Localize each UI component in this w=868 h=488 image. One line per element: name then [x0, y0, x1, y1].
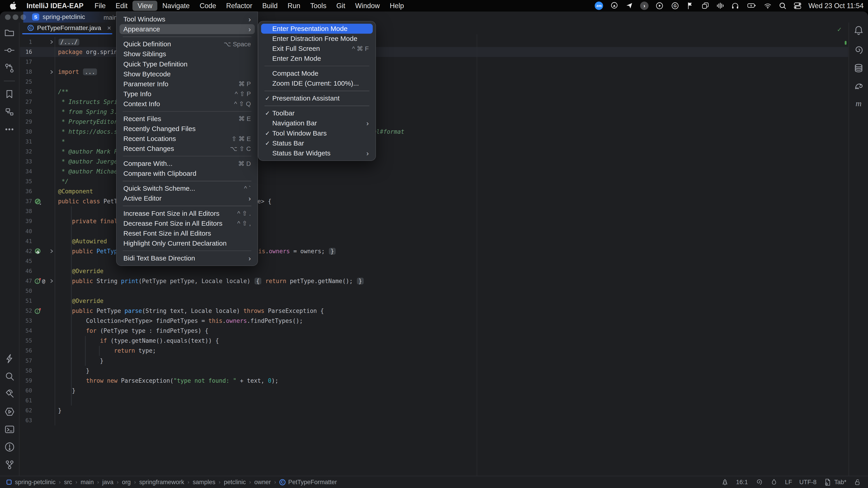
tool-window-structure-icon[interactable]	[4, 106, 15, 117]
breadcrumb-item-pettypeformatter[interactable]: PetTypeFormatter	[288, 479, 337, 486]
menu-bar-item-refactor[interactable]: Refactor	[221, 1, 257, 11]
menu-item-quick-switch-scheme[interactable]: Quick Switch Scheme...^ `	[120, 184, 255, 193]
spotlight-icon[interactable]	[778, 2, 787, 10]
code-line[interactable]: 57 }	[20, 356, 848, 366]
waveform-icon[interactable]	[716, 2, 724, 10]
breadcrumb-item-samples[interactable]: samples	[193, 479, 215, 486]
menu-item-zoom-ide-current-100[interactable]: Zoom IDE (Current: 100%)...	[261, 78, 373, 88]
tool-window-pull-requests-icon[interactable]	[4, 63, 15, 74]
app-menu-title[interactable]: IntelliJ IDEA-EAP	[21, 2, 90, 10]
tool-window-commit-icon[interactable]	[4, 45, 15, 56]
window-close-button[interactable]	[5, 14, 10, 20]
status-widget-line-ending[interactable]: LF	[785, 479, 792, 486]
tool-window-notifications-icon[interactable]	[853, 25, 864, 36]
windows-stack-icon[interactable]	[701, 2, 710, 10]
status-widget-caret-position[interactable]: 16:1	[736, 479, 748, 486]
menu-item-recent-locations[interactable]: Recent Locations⇧ ⌘ E	[120, 134, 255, 144]
inspections-ok-icon[interactable]: ✓	[837, 26, 842, 33]
code-line[interactable]: 55 if (type.getName().equals(text)) {	[20, 336, 848, 346]
menu-bar-clock[interactable]: Wed 23 Oct 11:54	[809, 2, 864, 10]
menu-item-recently-changed-files[interactable]: Recently Changed Files	[120, 124, 255, 134]
screen-record-icon[interactable]	[655, 1, 664, 10]
status-widget-power-save-tree[interactable]	[721, 478, 729, 486]
menu-item-highlight-only-current-declaration[interactable]: Highlight Only Current Declaration	[120, 238, 255, 248]
tool-window-run-icon[interactable]	[4, 406, 15, 417]
fold-chevron-icon[interactable]	[49, 276, 55, 286]
menu-item-active-editor[interactable]: Active Editor›	[120, 193, 255, 203]
code-line[interactable]: 56 return type;	[20, 346, 848, 356]
menu-bar-item-tools[interactable]: Tools	[305, 1, 331, 11]
menu-item-appearance[interactable]: Appearance›	[120, 24, 255, 34]
battery-charging-icon[interactable]	[746, 2, 757, 10]
menu-bar-item-git[interactable]: Git	[331, 1, 350, 11]
bean-icon[interactable]	[34, 198, 41, 205]
airplay-icon[interactable]	[610, 1, 619, 10]
code-line[interactable]: 62}	[20, 405, 848, 416]
tool-window-ai-assistant-icon[interactable]	[853, 45, 864, 56]
menu-item-tool-window-bars[interactable]: ✓Tool Window Bars	[261, 128, 373, 138]
override-icon[interactable]: I	[34, 308, 41, 314]
tool-window-services-icon[interactable]	[4, 353, 15, 364]
code-line[interactable]: 61	[20, 396, 848, 405]
menu-item-enter-distraction-free-mode[interactable]: Enter Distraction Free Mode	[261, 34, 373, 43]
code-line[interactable]: 59 throw new ParseException("type not fo…	[20, 376, 848, 386]
window-minimize-button[interactable]	[13, 14, 18, 20]
menu-item-compare-with[interactable]: Compare With...⌘ D	[120, 159, 255, 168]
circle-g-icon[interactable]: G	[671, 1, 680, 10]
tool-window-maven-icon[interactable]: m	[853, 98, 864, 109]
breadcrumb-item-main[interactable]: main	[81, 479, 94, 486]
terminal-app-icon[interactable]: ›	[640, 2, 649, 10]
breadcrumb-item-owner[interactable]: owner	[254, 479, 271, 486]
menu-item-presentation-assistant[interactable]: ✓Presentation Assistant	[261, 93, 373, 103]
menu-item-quick-type-definition[interactable]: Quick Type Definition	[120, 59, 255, 69]
project-widget[interactable]: S spring-petclinic	[32, 13, 85, 21]
code-line[interactable]: 52I public PetType parse(String text, Lo…	[20, 306, 848, 316]
menu-item-exit-full-screen[interactable]: Exit Full Screen^ ⌘ F	[261, 43, 373, 54]
menu-item-recent-files[interactable]: Recent Files⌘ E	[120, 114, 255, 124]
at-icon[interactable]: @	[42, 276, 45, 286]
menu-item-type-info[interactable]: Type Info^ ⇧ P	[120, 89, 255, 99]
apple-menu-icon[interactable]	[6, 2, 20, 10]
headphones-icon[interactable]	[731, 2, 739, 10]
vcs-branch-widget[interactable]: main	[103, 14, 117, 21]
menu-item-enter-zen-mode[interactable]: Enter Zen Mode	[261, 54, 373, 64]
code-line[interactable]: 46 @Override	[20, 266, 848, 276]
menu-item-compact-mode[interactable]: Compact Mode	[261, 68, 373, 78]
code-line[interactable]: 58 }	[20, 366, 848, 376]
menu-item-quick-definition[interactable]: Quick Definition⌥ Space	[120, 39, 255, 49]
tool-window-build-icon[interactable]	[4, 388, 15, 399]
tool-window-version-control-icon[interactable]	[4, 459, 15, 470]
status-widget-indent-style[interactable]: Tab*	[824, 478, 846, 486]
menu-item-navigation-bar[interactable]: Navigation Bar›	[261, 118, 373, 128]
menu-item-bidi-text-base-direction[interactable]: Bidi Text Base Direction›	[120, 253, 255, 263]
tool-window-bookmarks-icon[interactable]	[4, 89, 15, 100]
menu-item-compare-with-clipboard[interactable]: Compare with Clipboard	[120, 168, 255, 178]
breadcrumb-item-springframework[interactable]: springframework	[139, 479, 184, 486]
code-line[interactable]: 47I@ public String print(PetType petType…	[20, 276, 848, 286]
override-icon[interactable]: I	[34, 278, 41, 284]
menu-item-enter-presentation-mode[interactable]: Enter Presentation Mode	[261, 24, 373, 34]
menu-item-reset-font-size-in-all-editors[interactable]: Reset Font Size in All Editors	[120, 228, 255, 238]
code-line[interactable]: 63	[20, 416, 848, 425]
breadcrumb-item-org[interactable]: org	[122, 479, 131, 486]
code-line[interactable]: 60 }	[20, 386, 848, 396]
menu-item-status-bar-widgets[interactable]: Status Bar Widgets›	[261, 148, 373, 158]
code-line[interactable]: 50	[20, 286, 848, 296]
menu-item-tool-windows[interactable]: Tool Windows›	[120, 14, 255, 24]
tool-window-terminal-icon[interactable]	[4, 424, 15, 435]
wifi-icon[interactable]	[764, 2, 772, 10]
menu-bar-item-window[interactable]: Window	[350, 1, 385, 11]
tool-window-more-icon[interactable]	[4, 124, 15, 135]
zoom-app-icon[interactable]: zm	[595, 2, 603, 10]
menu-item-show-bytecode[interactable]: Show Bytecode	[120, 69, 255, 79]
menu-item-status-bar[interactable]: ✓Status Bar	[261, 138, 373, 148]
menu-bar-item-file[interactable]: File	[90, 1, 111, 11]
fold-chevron-icon[interactable]	[49, 67, 55, 77]
code-line[interactable]: 53 Collection<PetType> findPetTypes = th…	[20, 316, 848, 326]
tool-window-problems-icon[interactable]	[4, 442, 15, 453]
tool-window-search-everywhere-icon[interactable]	[4, 371, 15, 382]
code-line[interactable]: 54 for (PetType type : findPetTypes) {	[20, 326, 848, 336]
control-center-icon[interactable]	[794, 2, 802, 10]
code-line[interactable]: 51 @Override	[20, 296, 848, 306]
menu-item-parameter-info[interactable]: Parameter Info⌘ P	[120, 79, 255, 89]
